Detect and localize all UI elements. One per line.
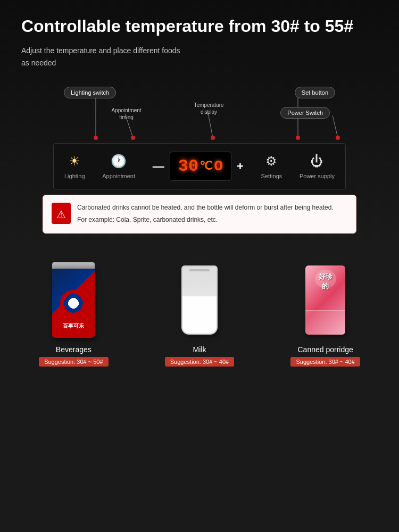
diagram-wrapper: Lighting switch Set button Appointment t… — [37, 85, 362, 189]
product-card-canned: 好珍的 Canned porridge Suggestion: 30# ~ 40… — [272, 260, 379, 367]
subtitle: Adjust the temperature and place differe… — [21, 45, 378, 69]
set-button-label: Set button — [295, 87, 335, 98]
product-card-beverages: 百事可乐 Beverages Suggestion: 30# ~ 50# — [20, 260, 127, 367]
page-container: Controllable temperature from 30# to 55#… — [0, 0, 399, 372]
temp-value: 30 — [178, 156, 198, 176]
milk-suggestion: Suggestion: 30# ~ 40# — [165, 357, 234, 367]
canned-image: 好珍的 — [291, 260, 360, 340]
products-section: 百事可乐 Beverages Suggestion: 30# ~ 50# Mil… — [0, 255, 399, 372]
svg-line-8 — [332, 115, 338, 138]
lighting-switch-label: Lighting switch — [64, 87, 116, 98]
temp-unit: ℃ — [200, 159, 213, 173]
control-panel: ☀ Lighting 🕐 Appointment — 30 ℃ O + — [53, 143, 346, 189]
milk-name: Milk — [193, 345, 206, 354]
warning-box: ⚠ Carbonated drinks cannot be heated, an… — [43, 195, 356, 233]
product-card-milk: Milk Suggestion: 30# ~ 40# — [146, 260, 253, 367]
svg-point-7 — [296, 136, 300, 140]
power-item: ⏻ Power supply — [300, 154, 335, 179]
milk-image — [165, 260, 234, 340]
power-label: Power supply — [300, 173, 335, 179]
svg-point-1 — [94, 136, 98, 140]
power-icon: ⏻ — [311, 154, 323, 169]
svg-point-9 — [336, 136, 340, 140]
beverages-image: 百事可乐 — [39, 260, 108, 340]
appointment-label-panel: Appointment — [102, 173, 135, 179]
minus-button[interactable]: — — [153, 160, 164, 173]
svg-point-3 — [131, 136, 135, 140]
power-switch-label: Power Switch — [280, 107, 330, 119]
temperature-display: — 30 ℃ O + — [153, 152, 244, 181]
canned-name: Canned porridge — [297, 345, 353, 354]
warning-text: Carbonated drinks cannot be heated, and … — [77, 203, 334, 225]
settings-icon: ⚙ — [265, 154, 277, 169]
warning-icon: ⚠ — [52, 203, 71, 224]
temp-screen: 30 ℃ O — [170, 152, 231, 181]
svg-point-5 — [211, 136, 215, 140]
beverages-name: Beverages — [56, 345, 92, 354]
main-title: Controllable temperature from 30# to 55# — [21, 16, 378, 36]
top-section: Controllable temperature from 30# to 55#… — [0, 0, 399, 250]
connectors-area: Lighting switch Set button Appointment t… — [37, 85, 362, 143]
lighting-label: Lighting — [64, 173, 85, 179]
beverages-suggestion: Suggestion: 30# ~ 50# — [39, 357, 108, 367]
lighting-icon: ☀ — [69, 154, 80, 169]
temperature-display-label: Temperature display — [189, 102, 229, 115]
settings-item: ⚙ Settings — [261, 154, 282, 179]
lighting-item: ☀ Lighting — [64, 154, 85, 179]
settings-label: Settings — [261, 173, 282, 179]
appointment-icon: 🕐 — [111, 154, 127, 169]
canned-suggestion: Suggestion: 30# ~ 40# — [290, 357, 360, 367]
appointment-item: 🕐 Appointment — [102, 154, 135, 179]
appointment-label: Appointment timing — [106, 107, 146, 121]
timer-value: O — [214, 158, 223, 174]
plus-button[interactable]: + — [237, 160, 244, 173]
